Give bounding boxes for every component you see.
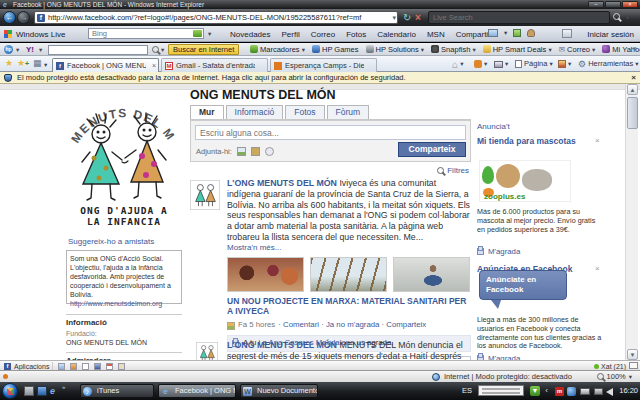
battery-icon[interactable] xyxy=(580,388,590,395)
live-search-input[interactable] xyxy=(433,12,609,23)
bing-go-icon[interactable] xyxy=(193,30,202,37)
tools-button[interactable]: ⚙ Herramientas ▾ xyxy=(578,59,639,69)
show-desktop-icon[interactable] xyxy=(24,386,34,396)
share-button[interactable]: Comparteix xyxy=(398,142,466,157)
photo-icon[interactable] xyxy=(488,29,498,37)
compose-icon[interactable] xyxy=(513,29,521,37)
back-button[interactable]: ← xyxy=(3,11,16,24)
status-input[interactable] xyxy=(195,125,466,140)
forward-button[interactable]: → xyxy=(17,11,30,24)
chat-button[interactable]: Xat (21) xyxy=(594,362,626,370)
hp-games-button[interactable]: HP Games xyxy=(312,45,359,54)
search-icon[interactable] xyxy=(613,13,620,20)
scroll-down-icon[interactable]: ▼ xyxy=(627,349,638,360)
attach-video-icon[interactable] xyxy=(251,147,260,156)
print-button[interactable]: ▾ xyxy=(494,59,508,68)
quick-tabs-dropdown-icon[interactable]: ▾ xyxy=(44,61,47,69)
taskbar-button-itunes[interactable]: ♪iTunes xyxy=(80,384,154,398)
address-field[interactable]: f http://www.facebook.com/?ref=logo#!/pa… xyxy=(34,11,398,24)
snapfish-button[interactable]: Snapfish ▾ xyxy=(431,45,476,54)
yahoo-dropdown-icon[interactable]: ▾ xyxy=(39,46,42,54)
menu-item-correo[interactable]: Correo xyxy=(311,30,335,39)
search-dropdown-icon[interactable]: ▾ xyxy=(626,14,629,22)
hp-icon[interactable]: hp xyxy=(4,45,13,54)
tab-esperanca[interactable]: Esperança Camps - Dietari ... xyxy=(270,58,377,72)
network-icon[interactable] xyxy=(594,388,603,395)
ad1-image[interactable]: zooplus.es xyxy=(479,160,571,202)
links-app-icon[interactable] xyxy=(118,363,125,370)
show-more-link[interactable]: Mostra'n més... xyxy=(227,243,471,254)
hp-smart-deals-dropdown-icon[interactable]: ▾ xyxy=(548,46,551,53)
tab-mur[interactable]: Mur xyxy=(190,105,224,119)
ad1-close-icon[interactable]: × xyxy=(595,136,600,145)
bing-search-input[interactable] xyxy=(89,29,177,38)
ad1-title-link[interactable]: Mi tienda para mascotas xyxy=(477,136,587,146)
attach-link-icon[interactable] xyxy=(265,147,274,156)
photos-app-icon[interactable] xyxy=(58,363,65,370)
tab-facebook[interactable]: f Facebook | ONG MENU... × xyxy=(52,58,159,72)
hp-search-icon[interactable] xyxy=(152,46,159,53)
advertise-link[interactable]: Anuncia't xyxy=(477,122,510,131)
vertical-scrollbar[interactable]: ▲ ▼ xyxy=(625,84,638,360)
quick-tabs-icon[interactable]: ▦ xyxy=(33,59,42,68)
post-author-link[interactable]: L'ONG MENUTS DEL MÓN xyxy=(227,340,337,350)
ie-quicklaunch-icon[interactable]: e xyxy=(50,386,60,396)
feeds-button[interactable]: ▾ xyxy=(474,59,487,68)
website-link[interactable]: http://www.menutsdelmon.org xyxy=(70,300,162,307)
home-button[interactable]: ⌂ ▾ xyxy=(452,59,463,70)
taskbar-button-document[interactable]: WNuevo Documento ... xyxy=(240,384,318,398)
safety-button[interactable]: ▾ xyxy=(558,59,571,68)
favorites-icon[interactable]: ★ xyxy=(5,58,13,68)
hp-search-dropdown-icon[interactable]: ▾ xyxy=(161,46,164,54)
refresh-button[interactable]: ↻ xyxy=(403,12,411,23)
clock[interactable]: 16:20 xyxy=(619,382,638,400)
protected-mode-infobar[interactable]: El modo protegido está desactivado para … xyxy=(0,72,640,84)
bookmarks-button[interactable]: Marcadores ▾ xyxy=(250,45,305,54)
post-album-link[interactable]: UN NOU PROJECTE EN MARXA: MATERIAL SANIT… xyxy=(227,296,471,318)
menu-item-perfil[interactable]: Perfil xyxy=(281,30,299,39)
bing-dropdown-icon[interactable]: ▾ xyxy=(208,30,211,38)
video-app-icon[interactable] xyxy=(70,363,77,370)
menu-item-calendario[interactable]: Calendario xyxy=(377,30,416,39)
scroll-up-icon[interactable]: ▲ xyxy=(627,84,638,95)
tab-gmail[interactable]: M Gmail - Safata d'entrada - ... xyxy=(161,58,268,72)
contacts-icon[interactable] xyxy=(527,29,535,37)
quicklaunch-overflow-icon[interactable]: » xyxy=(62,384,65,390)
hp-overflow-icon[interactable]: » xyxy=(633,45,637,52)
infobar-close-icon[interactable]: × xyxy=(631,72,636,83)
menu-item-compartir[interactable]: Compartir xyxy=(456,30,491,39)
tab-informacio[interactable]: Informació xyxy=(226,105,284,119)
hp-solutions-dropdown-icon[interactable]: ▾ xyxy=(421,46,424,53)
post-photo-3[interactable] xyxy=(393,257,470,292)
download-tray-icon[interactable]: ▼ xyxy=(530,386,540,396)
notifications-icon[interactable] xyxy=(629,362,638,369)
ad1-like-link[interactable]: M'agrada xyxy=(477,247,520,256)
zoom-control[interactable]: 100%▾ xyxy=(597,371,632,382)
add-favorite-icon[interactable]: ★+ xyxy=(17,58,29,68)
taskbar-button-facebook[interactable]: eFacebook | ONG ME... xyxy=(158,384,236,398)
post-actions[interactable]: · Comentari · Ja no m'agrada · Compartei… xyxy=(278,320,426,331)
yahoo-icon[interactable]: Y! xyxy=(26,45,34,54)
ad2-close-icon[interactable]: × xyxy=(595,264,600,273)
maximize-button[interactable] xyxy=(605,1,621,8)
hp-solutions-button[interactable]: HP Solutions ▾ xyxy=(366,45,425,54)
notes-app-icon[interactable] xyxy=(82,363,89,370)
menu-item-msn[interactable]: MSN xyxy=(427,30,445,39)
close-button[interactable]: × xyxy=(622,1,638,8)
tab-close-icon[interactable]: × xyxy=(152,59,156,72)
start-button[interactable] xyxy=(2,383,18,399)
windows-live-label[interactable]: Windows Live xyxy=(16,30,65,39)
hp-smart-deals-button[interactable]: HP Smart Deals ▾ xyxy=(483,45,552,54)
bing-search-box[interactable] xyxy=(88,28,204,39)
volume-icon[interactable] xyxy=(606,388,613,396)
minimize-button[interactable]: – xyxy=(588,1,604,8)
hp-search-input[interactable] xyxy=(49,46,147,54)
antivirus-tray-icon[interactable]: m xyxy=(555,387,564,396)
post-author-link[interactable]: L'ONG MENUTS DEL MÓN xyxy=(227,178,337,188)
address-dropdown-icon[interactable]: ▾ xyxy=(392,12,396,23)
infobar-text[interactable]: El modo protegido está desactivado para … xyxy=(17,72,406,83)
page-menu-button[interactable]: Página ▾ xyxy=(515,59,553,68)
hp-search-box[interactable] xyxy=(48,45,148,55)
sign-in-link[interactable]: Iniciar sesión xyxy=(587,30,634,39)
groups-app-icon[interactable] xyxy=(94,363,101,370)
